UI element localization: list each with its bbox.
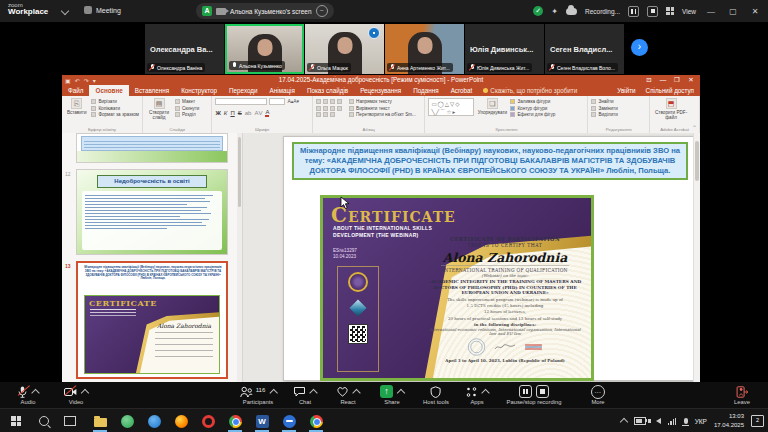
chevron-down-icon[interactable]	[61, 7, 69, 15]
font-color-button[interactable]: А	[265, 109, 269, 117]
ppt-restore-button[interactable]: ❐	[670, 75, 684, 85]
chat-caret-icon[interactable]	[309, 389, 317, 397]
more-button[interactable]: … More	[591, 385, 605, 405]
font-name-box[interactable]	[215, 98, 267, 105]
paste-button[interactable]: ⎘Вставити	[65, 98, 88, 115]
participant-tile[interactable]: Юлія Дивинськ... Юлія Дивинська Жит...	[465, 24, 544, 74]
find-button[interactable]: Знайти	[591, 99, 617, 104]
taskbar-search[interactable]	[36, 413, 52, 429]
speaker-icon[interactable]	[656, 418, 661, 424]
taskbar-app-2[interactable]	[146, 413, 162, 429]
participant-tile[interactable]: Ольга Мацюк	[305, 24, 384, 74]
taskbar-app-3[interactable]	[281, 413, 297, 429]
create-pdf-button[interactable]: ⬒Створити PDF-файл	[653, 98, 689, 120]
apps-caret-icon[interactable]	[481, 389, 489, 397]
slide-11-thumbnail[interactable]	[76, 133, 228, 163]
cut-button[interactable]: Вирізати	[91, 99, 139, 104]
tab-slideshow[interactable]: Показ слайдів	[301, 85, 354, 96]
meeting-tab[interactable]: Meeting	[84, 6, 121, 14]
tab-transitions[interactable]: Переходи	[223, 85, 264, 96]
certificate-image[interactable]: CERTIFICATE ABOUT THE INTERNATIONAL SKIL…	[320, 195, 594, 381]
char-spacing-button[interactable]: АV	[254, 110, 262, 116]
participant-tile[interactable]: Сеген Владисл... Сеген Владислав Воло...	[545, 24, 624, 74]
react-button[interactable]: React	[337, 385, 360, 405]
participant-tile[interactable]: Анна Артеменко Жит...	[385, 24, 464, 74]
tab-home[interactable]: Основне	[89, 85, 128, 96]
strikethrough-button[interactable]: S	[238, 110, 242, 116]
tab-animations[interactable]: Анімація	[264, 85, 301, 96]
layout-button[interactable]: Макет	[175, 99, 199, 104]
ai-companion-icon[interactable]: ✦	[551, 7, 558, 16]
view-label[interactable]: View	[682, 8, 696, 15]
ppt-close-button[interactable]: ✕	[684, 75, 698, 85]
format-painter-button[interactable]: Формат за зразком	[91, 112, 139, 117]
video-caret-icon[interactable]	[81, 389, 89, 397]
security-shield-icon[interactable]: ✓	[533, 6, 543, 16]
shapes-gallery[interactable]: ▭◯△▽◇╲╱⌒☆▸	[428, 98, 474, 116]
pause-stop-recording-button[interactable]: Pause/stop recording	[494, 385, 574, 405]
taskbar-app-1[interactable]	[119, 413, 135, 429]
slide-12-thumbnail[interactable]: Недоброчесність в освіті	[76, 169, 228, 255]
minimize-button[interactable]: —	[704, 7, 718, 16]
chrome-button[interactable]	[227, 413, 243, 429]
participants-caret-icon[interactable]	[269, 389, 277, 397]
tab-review[interactable]: Рецензування	[354, 85, 407, 96]
tab-file[interactable]: Файл	[62, 85, 89, 96]
ribbon-options-icon[interactable]: ⊡	[642, 75, 656, 85]
section-button[interactable]: Розділ	[175, 112, 199, 117]
pause-recording-icon[interactable]	[628, 6, 639, 17]
stop-icon[interactable]	[536, 385, 549, 398]
video-button[interactable]: Video	[64, 385, 88, 405]
thumbnail-scrollbar[interactable]	[237, 133, 242, 382]
hide-controls-icon[interactable]: −	[316, 5, 328, 17]
tab-acrobat[interactable]: Acrobat	[445, 85, 479, 96]
notification-center-icon[interactable]: 2	[751, 415, 764, 427]
next-participants-arrow[interactable]: ›	[631, 39, 648, 56]
reset-button[interactable]: Скинути	[175, 106, 199, 111]
host-tools-button[interactable]: Host tools	[423, 385, 449, 405]
align-text-button[interactable]: Вирівняти текст	[349, 106, 416, 111]
tab-design[interactable]: Конструктор	[175, 85, 223, 96]
taskbar-clock[interactable]: 13:03 17.04.2025	[714, 412, 744, 430]
maximize-button[interactable]: ▢	[726, 7, 740, 16]
grow-shrink-font-icon[interactable]: А▴А▾	[287, 98, 299, 105]
participant-tile[interactable]: Олександра Ва... Олександра Ваніна	[145, 24, 224, 74]
collapse-ribbon-icon[interactable]: ⌃	[692, 124, 697, 131]
ppt-share-button[interactable]: Спільний доступ	[646, 85, 694, 96]
word-button[interactable]: W	[254, 413, 270, 429]
leave-button[interactable]: Leave	[734, 385, 750, 405]
firefox-button[interactable]	[173, 413, 189, 429]
view-grid-icon[interactable]	[666, 7, 674, 15]
shape-fill-button[interactable]: Заливка фігури	[510, 99, 555, 104]
new-slide-button[interactable]: ▤Створити слайд	[146, 98, 172, 120]
audio-button[interactable]: Audio	[18, 385, 39, 405]
stop-recording-icon[interactable]	[647, 6, 658, 17]
convert-smartart-button[interactable]: Перетворити на об'єкт Sm...	[349, 112, 416, 117]
apps-button[interactable]: Apps	[466, 385, 489, 405]
audio-caret-icon[interactable]	[31, 389, 39, 397]
pause-icon[interactable]	[519, 385, 532, 398]
share-button[interactable]: ↑ Share	[380, 385, 404, 405]
chrome-profile-button[interactable]	[308, 413, 324, 429]
network-icon[interactable]	[668, 418, 677, 425]
slide-canvas[interactable]: Міжнародне підвищення кваліфікації (Вебі…	[283, 136, 699, 381]
underline-button[interactable]: П	[230, 110, 234, 116]
select-button[interactable]: Виділити	[591, 112, 617, 117]
start-button[interactable]	[8, 413, 24, 429]
slide-13-thumbnail-selected[interactable]: Міжнародне підвищення кваліфікації (Вебі…	[76, 261, 228, 379]
italic-button[interactable]: К	[224, 110, 228, 116]
chat-button[interactable]: Chat	[294, 385, 317, 405]
react-caret-icon[interactable]	[352, 389, 360, 397]
shape-outline-button[interactable]: Контур фігури	[510, 106, 555, 111]
share-caret-icon[interactable]	[397, 389, 405, 397]
text-shadow-button[interactable]: ab	[245, 110, 252, 116]
ppt-minimize-button[interactable]: —	[656, 75, 670, 85]
battery-icon[interactable]	[634, 417, 646, 425]
font-size-box[interactable]	[269, 98, 285, 105]
copy-button[interactable]: Копіювати	[91, 106, 139, 111]
sign-in-button[interactable]: Увійти	[617, 85, 635, 96]
tab-view[interactable]: Подання	[407, 85, 444, 96]
language-indicator[interactable]: УКР	[695, 418, 707, 425]
participants-button[interactable]: 116 Participants	[240, 385, 277, 405]
tray-mic-icon[interactable]	[684, 418, 688, 424]
